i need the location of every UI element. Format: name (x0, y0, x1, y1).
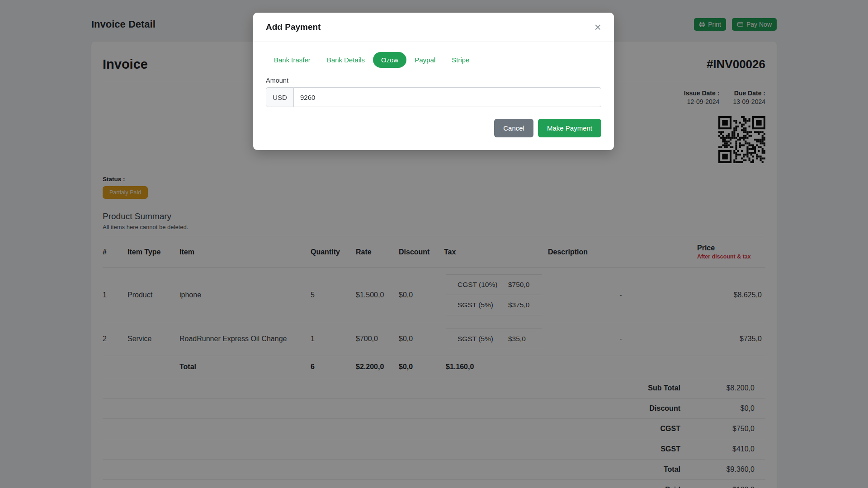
modal-header: Add Payment × (253, 13, 614, 42)
tab-ozow[interactable]: Ozow (373, 52, 406, 68)
amount-label: Amount (266, 77, 601, 84)
tab-paypal[interactable]: Paypal (406, 52, 443, 68)
modal-footer: Cancel Make Payment (253, 111, 614, 150)
payment-method-tabs: Bank trasfer Bank Details Ozow Paypal St… (266, 52, 601, 68)
amount-input-group: USD (266, 87, 601, 107)
tab-bank-details[interactable]: Bank Details (319, 52, 373, 68)
add-payment-modal: Add Payment × Bank trasfer Bank Details … (253, 13, 614, 150)
modal-title: Add Payment (266, 22, 321, 32)
close-icon[interactable]: × (594, 21, 601, 33)
cancel-button[interactable]: Cancel (494, 119, 533, 137)
make-payment-button[interactable]: Make Payment (538, 119, 601, 137)
tab-stripe[interactable]: Stripe (443, 52, 477, 68)
tab-bank-transfer[interactable]: Bank trasfer (266, 52, 319, 68)
amount-input[interactable] (294, 87, 601, 107)
currency-addon: USD (266, 87, 294, 107)
